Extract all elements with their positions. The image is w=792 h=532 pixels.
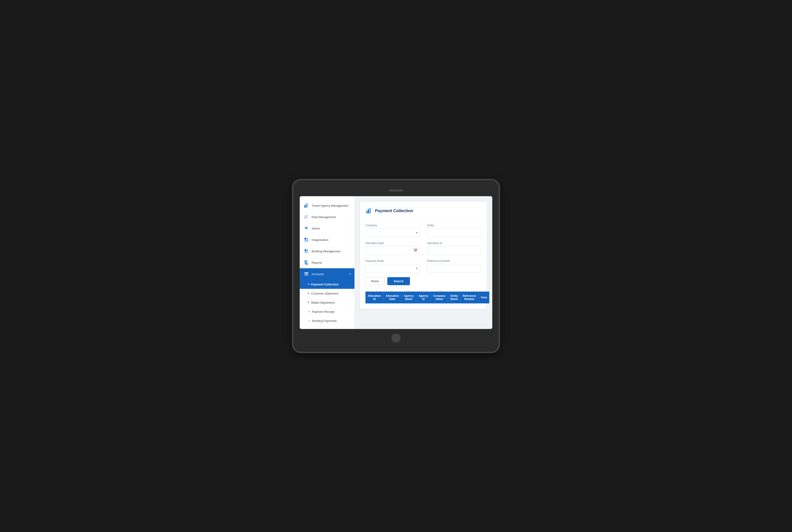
results-table: Allocation Id Allocation Date Agency Nam… (365, 291, 489, 303)
svg-rect-1 (306, 204, 306, 208)
role-icon (303, 214, 309, 220)
company-select[interactable] (365, 228, 420, 237)
chevron-icon: › (350, 204, 351, 207)
chevron-icon: › (350, 310, 351, 313)
sidebar-item-reports[interactable]: Reports › (300, 257, 354, 268)
allocation-id-label: Allocation Id (427, 242, 481, 245)
page-title: Payment Collection (375, 209, 413, 213)
screen: Travel Agency Management › Role Manageme… (300, 196, 492, 329)
chevron-icon: › (350, 215, 351, 218)
svg-rect-10 (307, 249, 308, 251)
col-reference-number: Reference Number (460, 291, 478, 303)
sidebar-label-reports: Reports (312, 261, 322, 264)
entity-field-group: Entity (427, 224, 481, 237)
search-button[interactable]: Search (387, 277, 410, 285)
allocation-id-input[interactable] (427, 246, 481, 255)
sidebar-subitem-payment-receipt[interactable]: – Payment Receipt › (300, 307, 354, 316)
sidebar-label-pending-payments: Pending Payments (312, 319, 337, 323)
button-row: Reset Search (365, 277, 481, 285)
chevron-icon: › (350, 319, 351, 322)
chevron-icon: › (350, 250, 351, 252)
sidebar-item-role-management[interactable]: Role Management › (300, 211, 354, 223)
page-header-icon (365, 207, 373, 214)
allocation-date-field-group: Allocation Date 📅 (365, 242, 420, 255)
sidebar-item-travel-agency[interactable]: Travel Agency Management › (300, 200, 354, 211)
form-row-3: Payment Mode ▾ Reference Number (365, 260, 481, 272)
page-header: Payment Collection (365, 207, 481, 218)
sidebar-label-payment-receipt: Payment Receipt (312, 310, 334, 314)
col-entity-name: Entity Name (448, 291, 460, 303)
svg-rect-8 (307, 240, 308, 242)
chevron-icon: › (350, 261, 351, 264)
company-label: Company (365, 224, 420, 227)
svg-rect-11 (305, 252, 308, 253)
col-allocation-id: Allocation Id (365, 291, 384, 303)
col-view: View (478, 291, 489, 303)
reset-button[interactable]: Reset (365, 277, 385, 285)
sidebar-label-accounts: Accounts (312, 272, 324, 276)
bullet-icon: • (308, 291, 309, 296)
dash-icon: – (308, 319, 310, 323)
org-icon (303, 237, 309, 243)
svg-rect-9 (305, 249, 306, 251)
bullet-icon: • (308, 282, 309, 286)
sidebar-label-payment-collection: Payment Collection (311, 283, 339, 286)
svg-rect-19 (305, 275, 308, 276)
svg-point-3 (305, 215, 306, 217)
sidebar-subitem-payment-collection[interactable]: • Payment Collection (300, 280, 354, 289)
sidebar-label-admin: Admin (312, 227, 320, 230)
entity-label: Entity (427, 224, 481, 227)
dash-icon: – (308, 309, 310, 314)
bullet-icon: • (308, 301, 309, 305)
reference-number-field-group: Reference Number (427, 260, 481, 272)
reference-number-label: Reference Number (427, 260, 481, 263)
company-field-group: Company ▾ (365, 224, 420, 237)
chevron-icon: › (350, 239, 351, 241)
svg-point-4 (306, 228, 307, 229)
sidebar-subitem-pending-payments[interactable]: – Pending Payments › (300, 316, 354, 325)
sidebar-subitem-customer-statement[interactable]: • Customer Statement (300, 289, 354, 298)
payment-mode-label: Payment Mode (365, 260, 420, 263)
sidebar-item-accounts[interactable]: Accounts ▾ (300, 268, 354, 280)
sidebar-item-booking-management[interactable]: Booking Management › (300, 245, 354, 257)
content-card: Payment Collection Company ▾ (360, 202, 487, 309)
form-row-2: Allocation Date 📅 Allocation Id (365, 242, 481, 255)
sidebar-label-wallet-adjustment: Wallet Adjustment (311, 301, 335, 304)
chart-icon (303, 203, 309, 209)
reference-number-input[interactable] (427, 264, 481, 272)
sidebar-label-customer-statement: Customer Statement (311, 292, 338, 295)
svg-rect-0 (304, 206, 305, 208)
allocation-date-label: Allocation Date (365, 242, 420, 245)
svg-rect-22 (369, 209, 371, 213)
sidebar-subitem-wallet-adjustment[interactable]: • Wallet Adjustment (300, 298, 354, 307)
table-header: Allocation Id Allocation Date Agency Nam… (365, 291, 489, 303)
payment-mode-select-wrapper: ▾ (365, 264, 420, 272)
sidebar: Travel Agency Management › Role Manageme… (300, 196, 354, 329)
reports-icon (303, 260, 309, 266)
allocation-date-input[interactable] (365, 246, 420, 255)
svg-rect-5 (305, 238, 306, 240)
col-agency-name: Agency Name (402, 291, 416, 303)
svg-rect-7 (305, 240, 306, 242)
payment-mode-select[interactable] (365, 264, 420, 272)
svg-rect-17 (305, 272, 308, 273)
entity-input[interactable] (427, 228, 481, 237)
svg-rect-2 (307, 204, 308, 208)
sidebar-label-role-management: Role Management (312, 215, 336, 219)
svg-rect-18 (305, 273, 308, 274)
accounts-icon (303, 271, 309, 277)
svg-rect-20 (366, 211, 367, 213)
device-frame: Travel Agency Management › Role Manageme… (293, 180, 499, 352)
col-allocation-date: Allocation Date (384, 291, 402, 303)
sidebar-label-booking-management: Booking Management (312, 250, 340, 253)
col-company-name: Company Name (431, 291, 448, 303)
sidebar-item-organization[interactable]: Organization › (300, 234, 354, 245)
company-select-wrapper: ▾ (365, 228, 420, 237)
form-row-1: Company ▾ Entity (365, 224, 481, 237)
col-agency-id: Agency Id (416, 291, 431, 303)
sidebar-item-admin[interactable]: Admin › (300, 223, 354, 234)
payment-mode-field-group: Payment Mode ▾ (365, 260, 420, 272)
sidebar-label-travel-agency: Travel Agency Management (312, 204, 348, 207)
chevron-icon: › (350, 227, 351, 230)
svg-rect-14 (306, 264, 308, 265)
